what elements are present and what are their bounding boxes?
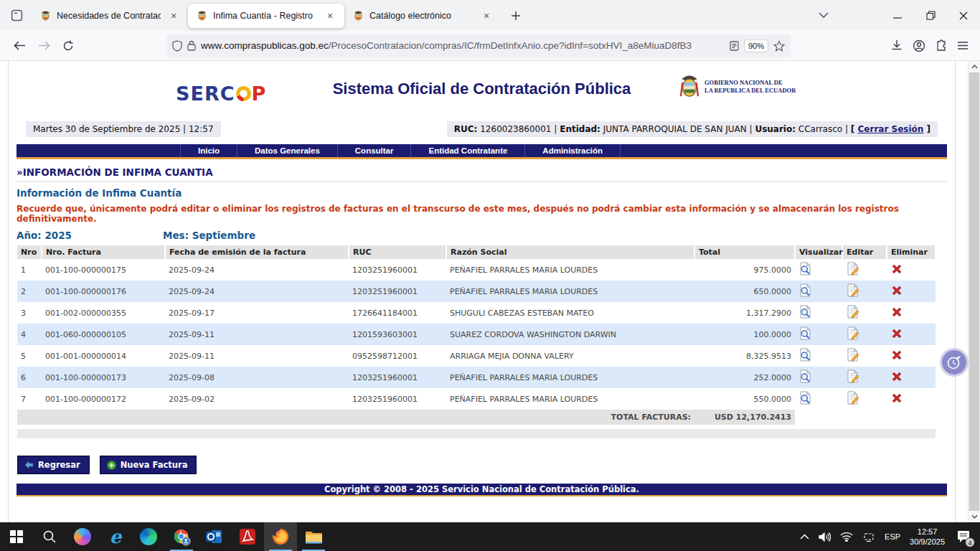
page-scrollbar[interactable] — [968, 61, 980, 522]
screen-time-overlay-button[interactable] — [942, 350, 966, 375]
edge-icon[interactable] — [132, 522, 165, 551]
outlook-icon[interactable] — [198, 522, 231, 551]
browser-tab-2-active[interactable]: Infima Cuantía - Registro × — [188, 4, 344, 28]
notification-center-icon[interactable]: 4 — [954, 527, 973, 546]
close-window-button[interactable] — [947, 0, 980, 31]
scrollbar-thumb[interactable] — [969, 72, 979, 511]
eliminar-icon[interactable] — [890, 349, 904, 362]
reload-icon[interactable] — [56, 34, 80, 57]
windows-taskbar: e ESP — [0, 522, 980, 551]
cell-nro: 6 — [17, 367, 42, 388]
clock[interactable]: 12:57 30/9/2025 — [910, 527, 945, 547]
cell-factura: 001-002-000000355 — [42, 302, 165, 324]
browser-viewport: SERCP Sistema Oficial de Contratación Pú… — [0, 61, 980, 522]
site-favicon — [40, 10, 51, 21]
tray-expand-icon[interactable] — [800, 534, 809, 540]
browser-tab-1[interactable]: Necesidades de Contratación y × — [32, 4, 188, 28]
list-all-tabs-icon[interactable] — [809, 0, 838, 31]
language-indicator[interactable]: ESP — [885, 532, 900, 541]
copyright-footer: Copyright © 2008 - 2025 Servicio Naciona… — [17, 484, 947, 496]
editar-icon[interactable] — [846, 348, 859, 362]
visualizar-icon[interactable] — [798, 283, 812, 297]
firefox-view-icon[interactable] — [6, 5, 27, 27]
wifi-icon[interactable] — [840, 532, 853, 542]
cell-factura: 001-100-000000176 — [42, 281, 165, 302]
editar-icon[interactable] — [846, 305, 859, 319]
volume-icon[interactable] — [819, 532, 831, 542]
year-label: Año: 2025 — [17, 230, 163, 241]
editar-icon[interactable] — [846, 369, 859, 383]
table-row: 7 001-100-000000172 2025-09-02 120325196… — [17, 388, 936, 410]
tab-close-icon[interactable]: × — [479, 9, 494, 23]
editar-icon[interactable] — [846, 326, 859, 340]
downloads-icon[interactable] — [891, 39, 903, 52]
visualizar-icon[interactable] — [798, 262, 812, 276]
reader-mode-icon[interactable] — [730, 41, 739, 51]
regresar-button[interactable]: Regresar — [17, 456, 90, 474]
nav-item-administracion[interactable]: Administración — [524, 144, 621, 157]
visualizar-icon[interactable] — [798, 391, 812, 405]
tab-close-icon[interactable]: × — [166, 9, 181, 23]
lock-icon[interactable] — [187, 40, 196, 51]
chrome-icon[interactable] — [165, 522, 198, 551]
editar-icon[interactable] — [846, 391, 859, 405]
logout-link[interactable]: Cerrar Sesión — [858, 124, 924, 134]
eliminar-icon[interactable] — [890, 370, 904, 384]
eliminar-icon[interactable] — [890, 306, 904, 319]
menu-icon[interactable] — [957, 41, 969, 50]
site-header: SERCP Sistema Oficial de Contratación Pú… — [17, 61, 947, 117]
forward-icon[interactable] — [32, 34, 56, 57]
site-favicon — [353, 10, 364, 21]
visualizar-icon[interactable] — [798, 305, 812, 319]
datetime-box: Martes 30 de Septiembre de 2025 | 12:57 — [26, 121, 221, 137]
minimize-button[interactable] — [881, 0, 914, 31]
cell-fecha: 2025-09-11 — [165, 324, 349, 345]
new-tab-button[interactable] — [505, 5, 527, 27]
browser-tab-3[interactable]: Catálogo electrónico × — [344, 4, 501, 28]
firefox-icon[interactable] — [264, 522, 297, 551]
nueva-factura-button[interactable]: Nueva Factura — [100, 456, 197, 474]
eliminar-icon[interactable] — [890, 284, 904, 298]
editar-icon[interactable] — [846, 283, 859, 297]
cell-ruc: 1203251960001 — [349, 259, 446, 281]
cell-total: 252.0000 — [694, 367, 795, 388]
search-icon[interactable] — [33, 522, 66, 551]
restore-button[interactable] — [914, 0, 947, 31]
tab-close-icon[interactable]: × — [323, 9, 337, 23]
extensions-icon[interactable] — [936, 39, 947, 52]
address-bar[interactable]: www.compraspublicas.gob.ec/ProcesoContra… — [166, 34, 791, 57]
col-eliminar: Eliminar — [887, 245, 936, 259]
visualizar-icon[interactable] — [798, 326, 812, 340]
eliminar-icon[interactable] — [890, 392, 904, 405]
zoom-level-indicator[interactable]: 90% — [744, 39, 768, 52]
tracking-shield-icon[interactable] — [172, 40, 182, 52]
account-icon[interactable] — [913, 39, 925, 52]
nav-item-datos-generales[interactable]: Datos Generales — [237, 144, 337, 157]
visualizar-icon[interactable] — [798, 348, 812, 362]
url-text[interactable]: www.compraspublicas.gob.ec/ProcesoContra… — [201, 40, 725, 51]
page-title: Sistema Oficial de Contratación Pública — [17, 80, 947, 98]
internet-explorer-icon[interactable]: e — [99, 522, 132, 551]
copilot-icon[interactable] — [66, 522, 99, 551]
nav-item-entidad-contratante[interactable]: Entidad Contratante — [410, 144, 524, 157]
scroll-up-icon[interactable] — [969, 61, 980, 72]
acrobat-icon[interactable] — [231, 522, 264, 551]
meet-now-icon[interactable] — [862, 532, 875, 542]
editar-icon[interactable] — [846, 262, 859, 276]
col-ruc: RUC — [349, 245, 446, 259]
start-button[interactable] — [0, 522, 33, 551]
visualizar-icon[interactable] — [798, 369, 812, 383]
cell-factura: 001-100-000000173 — [42, 367, 165, 388]
col-nro: Nro — [17, 245, 42, 259]
bookmark-star-icon[interactable] — [773, 40, 785, 52]
nav-item-consultar[interactable]: Consultar — [337, 144, 411, 157]
section-title: Información de Infima Cuantía — [17, 187, 947, 199]
cell-ruc: 1203251960001 — [349, 367, 446, 388]
eliminar-icon[interactable] — [890, 263, 904, 276]
back-icon[interactable] — [7, 34, 32, 57]
cell-nro: 1 — [17, 259, 42, 281]
eliminar-icon[interactable] — [890, 327, 904, 341]
nav-item-inicio[interactable]: Inicio — [180, 144, 237, 157]
file-explorer-icon[interactable] — [297, 522, 330, 551]
scroll-down-icon[interactable] — [969, 511, 980, 522]
